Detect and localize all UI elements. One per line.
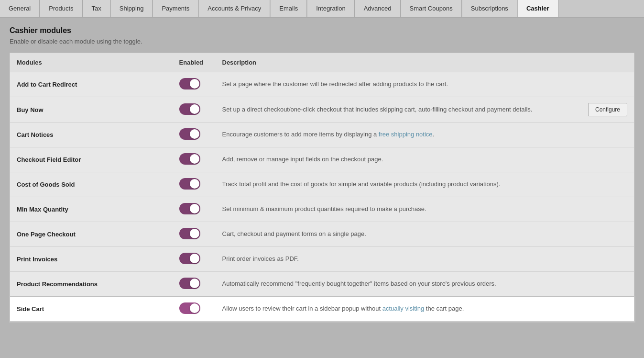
module-desc: Cart, checkout and payment forms on a si… [222, 230, 366, 238]
table-row: Cost of Goods Sold Track total profit an… [10, 172, 634, 197]
tab-subscriptions[interactable]: Subscriptions [462, 0, 517, 17]
module-desc: Track total profit and the cost of goods… [222, 180, 501, 189]
toggle-product-recommendations[interactable] [179, 278, 200, 289]
module-name: Side Cart [17, 305, 44, 313]
module-name: Cart Notices [17, 131, 54, 138]
toggle-min-max-quantity[interactable] [179, 203, 200, 214]
toggle-cost-of-goods-sold[interactable] [179, 178, 200, 190]
highlight-text: actually visiting [382, 305, 424, 312]
table-row: Cart Notices Encourage customers to add … [10, 123, 634, 147]
module-name: One Page Checkout [17, 231, 76, 238]
toggle-add-to-cart-redirect[interactable] [179, 78, 200, 90]
toggle-checkout-field-editor[interactable] [179, 153, 200, 165]
tab-cashier[interactable]: Cashier [517, 0, 558, 17]
page-subtitle: Enable or disable each module using the … [10, 38, 634, 45]
table-row: Print Invoices Print order invoices as P… [10, 247, 634, 272]
header-module: Modules [10, 53, 173, 72]
module-name: Add to Cart Redirect [17, 81, 77, 88]
tab-advanced[interactable]: Advanced [355, 0, 401, 17]
tab-bar: General Products Tax Shipping Payments A… [0, 0, 644, 18]
module-desc: Set a page where the customer will be re… [222, 80, 448, 89]
module-name: Product Recommendations [17, 280, 98, 288]
tab-smart-coupons[interactable]: Smart Coupons [401, 0, 462, 17]
toggle-one-page-checkout[interactable] [179, 228, 200, 239]
table-row-side-cart: Side Cart Allow users to review their ca… [10, 297, 634, 322]
module-name: Print Invoices [17, 256, 57, 263]
toggle-buy-now[interactable] [179, 103, 200, 115]
tab-accounts-privacy[interactable]: Accounts & Privacy [198, 0, 270, 17]
table-row: Checkout Field Editor Add, remove or man… [10, 147, 634, 172]
page-title: Cashier modules [10, 26, 634, 35]
module-name: Buy Now [17, 106, 44, 113]
table-row: Add to Cart Redirect Set a page where th… [10, 72, 634, 97]
tab-integration[interactable]: Integration [307, 0, 354, 17]
module-name: Cost of Goods Sold [17, 181, 75, 188]
tab-shipping[interactable]: Shipping [110, 0, 153, 17]
header-description: Description [216, 53, 634, 72]
module-desc: Allow users to review their cart in a si… [222, 304, 464, 313]
tab-tax[interactable]: Tax [83, 0, 110, 17]
toggle-print-invoices[interactable] [179, 253, 200, 264]
module-desc: Encourage customers to add more items by… [222, 130, 435, 139]
table-row: Product Recommendations Automatically re… [10, 272, 634, 297]
toggle-side-cart[interactable] [179, 302, 200, 314]
page-content: Cashier modules Enable or disable each m… [0, 18, 644, 330]
table-row: One Page Checkout Cart, checkout and pay… [10, 222, 634, 247]
module-name: Min Max Quantity [17, 206, 68, 213]
header-enabled: Enabled [173, 53, 216, 72]
toggle-cart-notices[interactable] [179, 128, 200, 140]
highlight-text: free shipping notice [379, 131, 433, 138]
configure-button-buy-now[interactable]: Configure [588, 103, 627, 116]
table-row: Min Max Quantity Set minimum & maximum p… [10, 197, 634, 222]
module-desc: Set minimum & maximum product quantities… [222, 205, 426, 213]
tab-products[interactable]: Products [40, 0, 82, 17]
tab-payments[interactable]: Payments [153, 0, 198, 17]
tab-emails[interactable]: Emails [270, 0, 307, 17]
module-desc: Automatically recommend "frequently boug… [222, 280, 496, 288]
module-desc: Add, remove or manage input fields on th… [222, 155, 383, 164]
tab-general[interactable]: General [0, 0, 40, 17]
module-desc: Set up a direct checkout/one-click check… [222, 105, 533, 114]
module-desc: Print order invoices as PDF. [222, 255, 299, 263]
modules-table: Modules Enabled Description Add to Cart … [10, 53, 634, 322]
module-name: Checkout Field Editor [17, 156, 81, 163]
table-row: Buy Now Set up a direct checkout/one-cli… [10, 97, 634, 123]
